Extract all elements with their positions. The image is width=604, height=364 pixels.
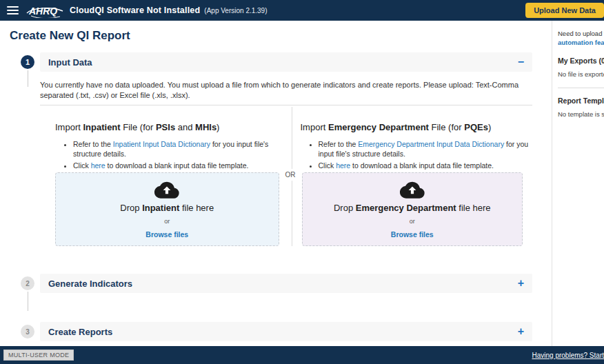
drop-or-label: or <box>410 218 415 225</box>
my-exports-heading: My Exports (0 of 0) <box>558 57 604 65</box>
step-1-header[interactable]: Input Data − <box>40 52 532 72</box>
cloud-upload-icon <box>154 181 179 199</box>
main-area: Create New QI Report 1 Input Data − You … <box>0 21 604 346</box>
multi-user-mode-badge: MULTI-USER MODE <box>3 350 74 361</box>
cloud-upload-icon <box>400 181 425 199</box>
step-input-data: 1 Input Data − You currently have no dat… <box>21 52 532 264</box>
step-generate-indicators: 2 Generate Indicators + <box>21 274 532 311</box>
inpatient-bullet-dictionary: Refer to the Inpatient Input Data Dictio… <box>73 139 285 159</box>
step-connector-line <box>28 70 28 87</box>
inpatient-dictionary-link[interactable]: Inpatient Input Data Dictionary <box>113 140 210 148</box>
emergency-dictionary-link[interactable]: Emergency Department Input Data Dictiona… <box>358 140 504 148</box>
emergency-heading: Import Emergency Department File (for PQ… <box>301 122 530 132</box>
step-3-number-badge: 3 <box>21 325 34 338</box>
step-connector-line <box>28 292 28 311</box>
exports-empty-text: No file is exported <box>558 70 604 78</box>
app-title: CloudQI Software Not Installed <box>70 6 200 15</box>
step-1-rail: 1 <box>21 52 34 264</box>
upload-instructions: You currently have no data uploaded. You… <box>40 80 532 101</box>
input-data-panel: You currently have no data uploaded. You… <box>40 80 532 264</box>
report-templates-heading: Report Templates <box>558 97 604 105</box>
emergency-template-link[interactable]: here <box>336 161 350 170</box>
app-footer: MULTI-USER MODE Having problems? Start <box>0 346 604 364</box>
automation-feature-link[interactable]: automation feature <box>558 38 604 47</box>
inpatient-heading: Import Inpatient File (for PSIs and MHIs… <box>55 122 285 132</box>
step-2-number-badge: 2 <box>21 276 34 290</box>
or-separator-label: OR <box>285 169 296 181</box>
step-create-reports: 3 Create Reports + <box>21 322 532 341</box>
expand-icon[interactable]: + <box>518 278 524 289</box>
inpatient-drop-label: Drop Inpatient file here <box>120 203 214 213</box>
step-3-title: Create Reports <box>48 327 112 337</box>
step-3-rail: 3 <box>21 322 34 341</box>
emergency-dropzone[interactable]: Drop Emergency Department file here or B… <box>302 172 523 246</box>
step-2-header[interactable]: Generate Indicators + <box>40 274 532 293</box>
drop-or-label: or <box>164 218 170 225</box>
svg-text:AHRQ: AHRQ <box>28 6 57 17</box>
page-title: Create New QI Report <box>10 29 552 43</box>
inpatient-browse-files-link[interactable]: Browse files <box>145 230 188 239</box>
app-header: AHRQ CloudQI Software Not Installed (App… <box>0 0 604 21</box>
inpatient-import-section: Import Inpatient File (for PSIs and MHIs… <box>40 105 292 246</box>
step-2-title: Generate Indicators <box>48 279 132 289</box>
sidebar-divider <box>558 88 604 88</box>
upload-new-data-button[interactable]: Upload New Data <box>525 3 604 18</box>
inpatient-template-link[interactable]: here <box>91 161 105 170</box>
inpatient-dropzone[interactable]: Drop Inpatient file here or Browse files <box>55 172 279 246</box>
app-version: (App Version 2.1.39) <box>204 7 267 14</box>
emergency-browse-files-link[interactable]: Browse files <box>391 230 434 239</box>
emergency-bullet-dictionary: Refer to the Emergency Department Input … <box>319 139 530 159</box>
inpatient-bullet-template: Click here to download a blank input dat… <box>73 161 285 170</box>
ahrq-logo: AHRQ <box>26 3 64 18</box>
having-problems-link[interactable]: Having problems? Start <box>532 352 604 359</box>
or-divider: OR <box>292 107 292 246</box>
step-2-rail: 2 <box>21 274 34 311</box>
expand-icon[interactable]: + <box>518 326 524 337</box>
collapse-icon[interactable]: − <box>518 57 524 68</box>
sidebar-note-text: Need to upload the <box>558 29 604 38</box>
step-3-header[interactable]: Create Reports + <box>40 322 532 341</box>
emergency-drop-label: Drop Emergency Department file here <box>334 203 491 213</box>
templates-empty-text: No template is saved <box>558 110 604 118</box>
right-sidebar: Need to upload the automation feature My… <box>552 21 604 346</box>
step-1-number-badge: 1 <box>21 55 34 69</box>
emergency-import-section: Import Emergency Department File (for PQ… <box>292 105 533 246</box>
step-1-title: Input Data <box>48 57 92 68</box>
content-area: Create New QI Report 1 Input Data − You … <box>0 21 552 346</box>
menu-icon[interactable] <box>7 6 19 14</box>
emergency-bullet-template: Click here to download a blank input dat… <box>319 161 530 170</box>
